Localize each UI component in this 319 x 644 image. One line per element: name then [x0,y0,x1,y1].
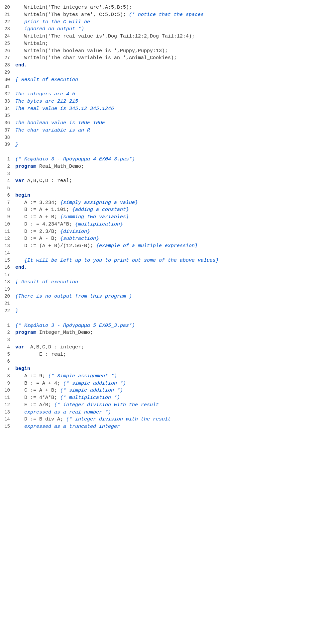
code-token-result-section: The char variable is an R [15,128,90,133]
code-token-normal: E : real; [15,352,66,357]
line: 4var A,B,C,D : real; [3,177,316,185]
code-token-comment-curly: {It will be left up to you to print out … [15,258,219,263]
line: 38 [3,134,316,141]
line-number: 9 [3,380,15,387]
line-number: 15 [3,257,15,264]
line-number: 26 [3,47,15,54]
line-number: 14 [3,416,15,422]
line-content: Writeln; [15,40,316,47]
line-number: 16 [3,264,15,271]
line-content: ignored on output *) [15,26,316,33]
line-number: 4 [3,344,15,350]
line: 14 D := B div A; (* integer division wit… [3,416,316,423]
line-number: 28 [3,62,15,68]
line-content [15,112,316,120]
line-number: 20 [3,4,15,11]
line: 15 expressed as a truncated integer [3,423,316,430]
code-token-kw: program [15,330,39,335]
line-content [15,250,316,257]
line-number: 35 [3,112,15,119]
code-token-comment-block: prior to the C will be [15,19,90,25]
line-content: B : = A + 4; (* simple addition *) [15,380,316,387]
code-token-normal: C := A + B; [15,388,60,393]
line: 24 Writeln('The real value is',Dog_Tail:… [3,33,316,40]
line: 8 B := A + 1.101; {adding a constant} [3,206,316,214]
code-section-section2: 1(* Κεφάλαιο 3 - Πρόγραμμα 4 EX04_3.pas*… [0,155,319,316]
line-number: 6 [3,192,15,199]
code-token-normal: Integer_Math_Demo; [39,330,93,335]
code-token-comment-block: (* Κεφάλαιο 3 - Πρόγραμμα 4 EX04_3.pas*) [15,156,135,162]
code-token-comment-curly: {subtraction} [60,236,99,241]
code-token-normal: D := (A + B)/(12.56-B); [15,243,96,249]
line: 1(* Κεφάλαιο 3 - Πρόγραμμα 4 EX04_3.pas*… [3,156,316,163]
line-number: 36 [3,120,15,126]
line-content [15,300,316,308]
code-token-comment-block: (* Simple assignment *) [48,373,117,379]
line: 22} [3,308,316,315]
line-content: The boolean value is TRUE TRUE [15,120,316,127]
line-content: D : = 4.234*A*B; {multiplication} [15,221,316,228]
line-number: 7 [3,199,15,206]
line: 11 D := 2.3/B; {division} [3,228,316,235]
code-token-kw: var [15,344,27,350]
line-content: (* Κεφάλαιο 3 - Πρόγραμμα 4 EX04_3.pas*) [15,156,316,163]
line-number: 20 [3,293,15,300]
line-number: 9 [3,214,15,220]
line-number: 4 [3,177,15,184]
line: 2program Integer_Math_Demo; [3,329,316,336]
line-content: prior to the C will be [15,19,316,26]
line: 9 B : = A + 4; (* simple addition *) [3,380,316,387]
code-token-kw: var [15,178,27,184]
line: 35 [3,112,316,120]
line-number: 12 [3,402,15,408]
line: 29 [3,69,316,76]
line: 13 expressed as a real number *) [3,409,316,416]
code-token-normal: B : = A + 4; [15,381,63,386]
code-token-normal: A,B,C,D : integer; [27,344,84,350]
code-token-comment-block: expressed as a real number *) [15,410,111,415]
line-content: Writeln('The real value is',Dog_Tail:12:… [15,33,316,40]
line-number: 32 [3,91,15,97]
code-token-normal: Writeln('The boolean value is ',Puppy,Pu… [15,48,168,54]
line-number: 22 [3,308,15,314]
code-token-normal: Writeln('The integers are',A:5,B:5); [15,5,132,10]
line-content: var A,B,C,D : real; [15,177,316,185]
line-number: 11 [3,228,15,235]
line-number: 19 [3,286,15,293]
code-token-comment-curly: {division} [60,229,90,234]
line: 39} [3,141,316,148]
line-content [15,336,316,344]
line-number: 2 [3,163,15,170]
line: 33The bytes are 212 215 [3,98,316,105]
code-token-normal: A,B,C,D : real; [27,178,72,184]
line: 7begin [3,365,316,373]
code-token-result-section: The boolean value is TRUE TRUE [15,120,105,126]
line-content [15,170,316,178]
line: 4var A,B,C,D : integer; [3,344,316,351]
code-token-comment-curly: } [15,308,18,314]
line-content: D := A - B; {subtraction} [15,235,316,242]
line-number: 27 [3,54,15,61]
line-content: A := 9; (* Simple assignment *) [15,373,316,380]
line-content [15,83,316,91]
line-content: Writeln('The integers are',A:5,B:5); [15,4,316,11]
code-token-kw: begin [15,193,30,198]
code-token-comment-block: (* integer division with the result [66,416,171,422]
line-content: E : real; [15,351,316,358]
line-content: The char variable is an R [15,127,316,134]
line-content: The bytes are 212 215 [15,98,316,105]
line: 13 D := (A + B)/(12.56-B); {example of a… [3,242,316,250]
code-token-result-section: The bytes are 212 215 [15,99,78,104]
line-content: var A,B,C,D : integer; [15,344,316,351]
code-token-comment-block: ignored on output *) [15,26,84,32]
line-content: Writeln('The boolean value is ',Puppy,Pu… [15,47,316,55]
line-content: end. [15,62,316,69]
line-number: 17 [3,271,15,278]
line: 16end. [3,264,316,271]
line: 14 [3,250,316,257]
line-content: A := 3.234; {simply assigning a value} [15,199,316,207]
code-token-kw: program [15,164,39,169]
code-token-comment-curly: {adding a constant} [72,207,129,213]
line-number: 13 [3,242,15,249]
line-content [15,69,316,76]
